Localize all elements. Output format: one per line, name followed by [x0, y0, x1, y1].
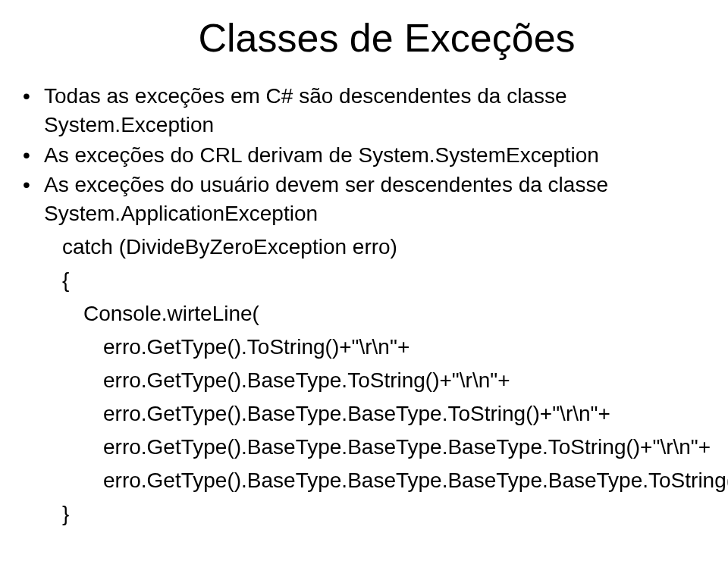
- slide-title: Classes de Exceções: [76, 15, 698, 61]
- code-line: Console.wirteLine(: [62, 298, 698, 330]
- bullet-list: Todas as exceções em C# são descendentes…: [15, 82, 698, 228]
- code-line: erro.GetType().BaseType.BaseType.BaseTyp…: [62, 465, 698, 497]
- code-line: erro.GetType().BaseType.ToString()+"\r\n…: [62, 365, 698, 396]
- bullet-item: As exceções do CRL derivam de System.Sys…: [15, 141, 698, 170]
- code-line: erro.GetType().BaseType.BaseType.BaseTyp…: [62, 431, 698, 463]
- code-line: erro.GetType().BaseType.BaseType.ToStrin…: [62, 398, 698, 430]
- code-line: catch (DivideByZeroException erro): [62, 231, 698, 263]
- code-line: }: [62, 498, 698, 530]
- code-block: catch (DivideByZeroException erro) { Con…: [15, 231, 698, 530]
- code-line: {: [62, 265, 698, 296]
- bullet-item: Todas as exceções em C# são descendentes…: [15, 82, 698, 139]
- code-line: erro.GetType().ToString()+"\r\n"+: [62, 331, 698, 363]
- bullet-item: As exceções do usuário devem ser descend…: [15, 171, 698, 228]
